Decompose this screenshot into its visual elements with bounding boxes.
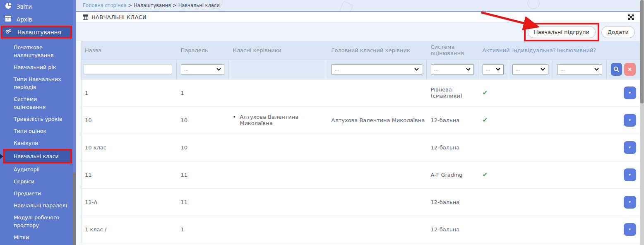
subgroups-button[interactable]: Навчальні підгрупи [528, 26, 596, 38]
cell-actions: ▾ [607, 79, 640, 106]
chevron-down-icon [541, 68, 545, 71]
sidebar-subitem[interactable]: Сервіси [0, 175, 73, 187]
sidebar-subitem[interactable]: Аудиторії [0, 163, 73, 175]
active-filter-select[interactable]: ... [483, 64, 504, 75]
breadcrumb-item-classes: Навчальні класи [178, 2, 220, 8]
cell-inclusive [553, 134, 607, 161]
table-row[interactable]: 1 клас / 1 12-бальна ▾ [82, 216, 640, 243]
chevron-down-icon [594, 68, 599, 71]
col-header-actions [607, 41, 640, 60]
sidebar-subitem-label: Навчальні паралелі [14, 202, 67, 209]
table-row[interactable]: 11-А 11 12-бальна ▾ [82, 188, 640, 216]
chevron-down-icon [414, 68, 419, 71]
add-button[interactable]: Додати [601, 26, 635, 38]
sidebar-subitem[interactable]: Навчальні паралелі [0, 199, 73, 211]
sidebar-subitem[interactable]: Мітки [0, 231, 73, 243]
sidebar-subitem[interactable]: Початкове налаштування [0, 41, 73, 61]
page-scrollbar[interactable] [640, 0, 644, 245]
row-actions-dropdown-button[interactable]: ▾ [624, 141, 636, 154]
table-row[interactable]: 10 клас 10 12-бальна ▾ [82, 134, 640, 161]
teacher-name: Алтухова Валентина Миколаївна [240, 114, 327, 126]
col-header-individual[interactable]: Індивідуальна? [508, 41, 553, 60]
sidebar-subitem[interactable]: Навчальний рік [0, 61, 73, 73]
table-row[interactable]: 10 10 •Алтухова Валентина Миколаївна Алт… [82, 106, 640, 134]
sidebar-subitem[interactable]: Типи інклюзивності [0, 243, 73, 245]
parallel-filter-select[interactable]: ... [181, 64, 224, 75]
breadcrumb-separator: > [173, 2, 177, 8]
cell-active: ✔ [478, 106, 508, 134]
breadcrumb-home-link[interactable]: Головна сторінка [83, 2, 127, 8]
gears-icon: ⚙⚙ [5, 28, 13, 36]
sidebar-subitem-label: Навчальний рік [14, 64, 56, 70]
sidebar-subitem-label: Тривалість уроків [14, 116, 62, 122]
cell-individual [508, 79, 553, 106]
sidebar-subitem[interactable]: Предмети [0, 187, 73, 199]
grading-filter-select[interactable]: ... [431, 64, 474, 75]
col-header-parallel[interactable]: Паралель [177, 41, 229, 60]
sidebar-subitem[interactable]: Системи оцінювання [0, 93, 73, 113]
individual-filter-select[interactable]: ... [512, 64, 548, 75]
main-content: Головна сторінка > Налаштування > Навчал… [76, 0, 640, 245]
row-actions-dropdown-button[interactable]: ▾ [624, 223, 636, 236]
cell-grading: 12-бальна [427, 216, 478, 243]
cell-individual [508, 161, 553, 188]
sidebar-subitem-label: Системи оцінювання [14, 96, 46, 110]
cell-active: ✔ [478, 79, 508, 106]
select-value: ... [560, 67, 565, 72]
sidebar-scrollbar[interactable] [73, 0, 76, 245]
watermark-doodle [339, 1, 353, 12]
row-actions-dropdown-button[interactable]: ▾ [624, 196, 636, 209]
col-header-name[interactable]: Назва [82, 41, 177, 60]
cell-head-teacher: Алтухова Валентина Миколаївна [327, 106, 427, 134]
sidebar-item-archive[interactable]: Архів [0, 13, 73, 26]
sidebar-item-label: Звіти [17, 3, 32, 10]
col-header-head-teacher[interactable]: Головний класний керівник [327, 41, 427, 60]
inclusive-filter-select[interactable]: ... [557, 64, 602, 75]
col-header-grading[interactable]: Система оцінювання [427, 41, 478, 60]
sidebar-scrollbar-thumb[interactable] [73, 173, 76, 245]
sidebar-item-settings[interactable]: ⚙⚙ Налаштування [1, 26, 72, 38]
sidebar-subitem[interactable]: Канікули [0, 137, 73, 149]
sidebar-subitem[interactable]: Типи Навчальних періодів [0, 73, 73, 93]
sidebar-subitem[interactable]: Навчальні класи [3, 149, 72, 163]
cell-teachers [229, 188, 327, 216]
cell-name: 1 [82, 79, 177, 106]
table-header-row: Назва Паралель Класні керівники Головний… [82, 41, 640, 60]
row-actions-dropdown-button[interactable]: ▾ [624, 114, 636, 127]
expand-icon[interactable] [628, 14, 634, 20]
pie-chart-icon [4, 2, 12, 11]
sidebar-subitem[interactable]: Типи оцінок [0, 125, 73, 137]
sidebar-subitem-label: Навчальні класи [14, 153, 59, 159]
name-filter-input[interactable] [84, 64, 172, 74]
cell-parallel: 1 [177, 79, 229, 106]
sidebar-submenu: Початкове налаштування Навчальний рік Ти… [0, 41, 73, 245]
sidebar-item-reports[interactable]: Звіти [0, 0, 73, 13]
col-header-active[interactable]: Активний [478, 41, 508, 60]
cell-actions: ▾ [607, 161, 640, 188]
svg-text:⚙: ⚙ [8, 29, 12, 33]
classes-table: Назва Паралель Класні керівники Головний… [81, 41, 640, 243]
search-button[interactable] [611, 63, 622, 76]
table-row[interactable]: 11 11 A-F Grading ✔ ▾ [82, 161, 640, 188]
head-teacher-filter-select[interactable]: ... [332, 64, 422, 75]
sidebar-subitem[interactable]: Тривалість уроків [0, 113, 73, 125]
cell-grading: 12-бальна [427, 106, 478, 134]
cell-head-teacher [327, 134, 427, 161]
col-header-teachers[interactable]: Класні керівники [229, 41, 327, 60]
table-row[interactable]: 1 1 Рівнева (смайлики) ✔ ▾ [82, 79, 640, 106]
sidebar-subitem-label: Сервіси [14, 178, 34, 185]
cell-active [478, 134, 508, 161]
page-scrollbar-thumb[interactable] [640, 0, 644, 103]
sidebar-subitem-label: Типи Навчальних періодів [14, 76, 61, 90]
cell-individual [508, 106, 553, 134]
row-actions-dropdown-button[interactable]: ▾ [624, 168, 636, 181]
cell-actions: ▾ [607, 106, 640, 134]
sidebar-subitem-label: Типи оцінок [14, 128, 46, 134]
row-actions-dropdown-button[interactable]: ▾ [624, 86, 636, 99]
chevron-down-icon [496, 68, 500, 71]
select-value: ... [335, 67, 339, 72]
sidebar-subitem[interactable]: Модулі робочого простору [0, 211, 73, 231]
toolbar: Навчальні підгрупи Додати [76, 23, 640, 41]
clear-filter-button[interactable]: ✕ [624, 63, 635, 76]
col-header-inclusive[interactable]: Інклюзивний? [553, 41, 607, 60]
